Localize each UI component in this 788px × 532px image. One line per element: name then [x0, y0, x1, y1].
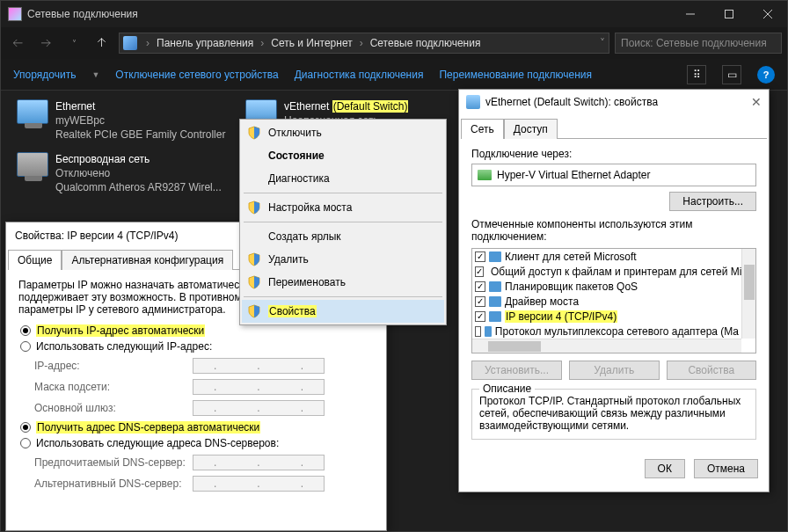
component-label: Общий доступ к файлам и принтерам для се… — [491, 266, 741, 278]
context-menu-item[interactable]: Диагностика — [242, 167, 444, 190]
maximize-button[interactable] — [710, 1, 748, 27]
component-row[interactable]: Общий доступ к файлам и принтерам для се… — [472, 264, 741, 279]
context-menu-item[interactable]: Удалить — [242, 248, 444, 271]
shield-icon — [247, 126, 261, 140]
component-row[interactable]: Планировщик пакетов QoS — [472, 279, 741, 294]
address-bar[interactable]: › Панель управления › Сеть и Интернет › … — [119, 33, 609, 54]
tabs: Сеть Доступ — [461, 118, 767, 139]
recent-button[interactable]: ˅ — [62, 32, 85, 55]
adapter-field: Hyper-V Virtual Ethernet Adapter — [471, 164, 756, 186]
component-label: Протокол мультиплексора сетевого адаптер… — [495, 325, 739, 338]
context-menu: ОтключитьСостояниеДиагностикаНастройка м… — [239, 119, 447, 325]
help-button[interactable]: ? — [757, 66, 775, 84]
configure-button[interactable]: Настроить... — [669, 192, 756, 211]
rename-button[interactable]: Переименование подключения — [439, 69, 592, 81]
search-input[interactable]: Поиск: Сетевые подключения — [615, 33, 782, 54]
back-button[interactable]: 🡠 — [6, 32, 29, 55]
breadcrumb[interactable]: Сеть и Интернет — [269, 36, 354, 50]
shield-icon — [247, 200, 261, 215]
component-row[interactable]: Драйвер моста — [472, 294, 741, 309]
navbar: 🡠 🡢 ˅ 🡡 › Панель управления › Сеть и Инт… — [1, 27, 787, 59]
breadcrumb[interactable]: Панель управления — [155, 36, 255, 50]
ip-label: IP-адрес: — [34, 360, 186, 372]
properties-button[interactable]: Свойства — [667, 361, 757, 380]
radio-icon — [20, 341, 31, 352]
checkbox[interactable] — [475, 311, 485, 322]
view-button[interactable]: ⠿ — [687, 65, 706, 84]
context-menu-label: Удалить — [268, 253, 309, 266]
shield-icon — [247, 304, 261, 318]
close-button[interactable] — [748, 1, 787, 27]
connection-title: vEthernet (Default Switch) — [284, 99, 408, 113]
connection-item-wireless[interactable]: Беспроводная сеть Отключено Qualcomm Ath… — [17, 152, 222, 194]
minimize-button[interactable] — [671, 1, 710, 27]
tab-alt-config[interactable]: Альтернативная конфигурация — [62, 250, 233, 270]
close-button[interactable]: ✕ — [751, 95, 762, 109]
context-menu-item[interactable]: Состояние — [242, 144, 444, 167]
up-button[interactable]: 🡡 — [91, 32, 113, 55]
connection-title: Ethernet — [55, 99, 225, 113]
context-menu-label: Состояние — [268, 149, 325, 162]
dns2-label: Альтернативный DNS-сервер: — [34, 477, 186, 490]
context-menu-item[interactable]: Свойства — [242, 300, 444, 323]
ok-button[interactable]: ОК — [645, 459, 685, 478]
cancel-button[interactable]: Отмена — [694, 459, 758, 478]
window-title: Сетевые подключения — [27, 8, 138, 20]
svg-rect-1 — [726, 11, 733, 18]
scrollbar-vertical[interactable] — [741, 249, 755, 339]
connect-via-label: Подключение через: — [471, 148, 756, 160]
chevron-right-icon: › — [259, 37, 266, 49]
context-menu-label: Диагностика — [268, 172, 330, 185]
tab-network[interactable]: Сеть — [461, 119, 504, 139]
checkbox[interactable] — [475, 266, 484, 277]
tab-access[interactable]: Доступ — [504, 119, 558, 139]
context-menu-label: Создать ярлык — [268, 230, 341, 243]
chevron-right-icon: › — [144, 37, 151, 49]
radio-icon — [20, 438, 31, 448]
disable-device-button[interactable]: Отключение сетевого устройства — [115, 69, 278, 81]
folder-icon — [123, 36, 137, 50]
view-button-2[interactable]: ▭ — [722, 65, 741, 84]
checkbox[interactable] — [475, 326, 481, 337]
radio-icon — [20, 422, 31, 433]
connection-sub: myWEBpc — [55, 113, 225, 128]
connection-item-ethernet[interactable]: Ethernet myWEBpc Realtek PCIe GBE Family… — [17, 99, 225, 142]
radio-icon — [20, 325, 31, 336]
shield-icon — [247, 252, 261, 266]
remove-button[interactable]: Удалить — [569, 361, 660, 380]
arrange-button[interactable]: Упорядочить — [13, 69, 76, 81]
connection-title: Беспроводная сеть — [55, 152, 222, 166]
action-bar: Упорядочить ▼ Отключение сетевого устрой… — [1, 59, 787, 91]
context-menu-item[interactable]: Отключить — [242, 121, 444, 144]
scrollbar-horizontal[interactable] — [472, 339, 741, 353]
components-list[interactable]: Клиент для сетей MicrosoftОбщий доступ к… — [471, 248, 756, 353]
context-menu-label: Свойства — [268, 305, 317, 317]
component-row[interactable]: Протокол мультиплексора сетевого адаптер… — [472, 324, 741, 339]
diagnose-button[interactable]: Диагностика подключения — [295, 69, 424, 81]
component-label: Клиент для сетей Microsoft — [505, 251, 637, 263]
radio-manual-dns[interactable]: Использовать следующие адреса DNS-сервер… — [20, 437, 374, 449]
breadcrumb[interactable]: Сетевые подключения — [368, 36, 483, 50]
context-menu-item[interactable]: Настройка моста — [242, 196, 444, 219]
context-menu-item[interactable]: Создать ярлык — [242, 225, 444, 248]
dns2-input: ... — [193, 476, 325, 492]
forward-button[interactable]: 🡢 — [34, 32, 57, 55]
component-icon — [489, 281, 501, 292]
radio-manual-ip[interactable]: Использовать следующий IP-адрес: — [20, 340, 374, 353]
radio-auto-dns[interactable]: Получить адрес DNS-сервера автоматически — [20, 421, 374, 434]
checkbox[interactable] — [475, 281, 485, 292]
checkbox[interactable] — [475, 251, 485, 262]
checkbox[interactable] — [475, 296, 485, 307]
context-menu-label: Настройка моста — [268, 201, 352, 214]
component-row[interactable]: IP версии 4 (TCP/IPv4) — [472, 309, 741, 324]
component-row[interactable]: Клиент для сетей Microsoft — [472, 249, 741, 264]
dropdown-icon: ▼ — [91, 70, 99, 79]
chevron-down-icon[interactable]: ˅ — [600, 37, 605, 49]
install-button[interactable]: Установить... — [471, 361, 562, 380]
tab-general[interactable]: Общие — [8, 250, 62, 270]
shield-icon — [247, 275, 261, 289]
context-menu-item[interactable]: Переименовать — [242, 271, 444, 294]
component-icon — [489, 251, 501, 262]
radio-auto-ip[interactable]: Получить IP-адрес автоматически — [20, 324, 374, 337]
nic-properties-dialog: vEthernet (Default Switch): свойства ✕ С… — [458, 89, 770, 492]
